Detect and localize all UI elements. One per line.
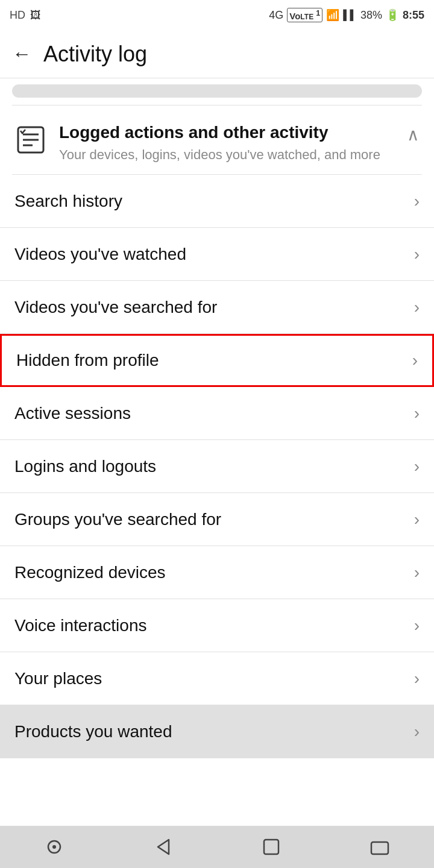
section-header: Logged actions and other activity Your d… <box>0 105 434 174</box>
nav-home2-button[interactable] <box>247 832 295 862</box>
groups-searched-label: Groups you've searched for <box>14 510 221 529</box>
products-you-wanted-chevron: › <box>414 722 420 741</box>
battery-icon: 🔋 <box>386 8 399 22</box>
section-subtitle: Your devices, logins, videos you've watc… <box>59 146 400 164</box>
products-you-wanted-item[interactable]: Products you wanted › <box>0 705 434 758</box>
videos-searched-item[interactable]: Videos you've searched for › <box>0 281 434 334</box>
active-sessions-item[interactable]: Active sessions › <box>0 387 434 440</box>
your-places-chevron: › <box>414 669 420 688</box>
signal-icon: 📶 <box>326 8 339 22</box>
status-bar-right: 4G VoLTE 1 📶 ▌▌ 38% 🔋 8:55 <box>269 8 424 22</box>
page-title: Activity log <box>43 42 147 67</box>
network-label: 4G <box>269 9 283 22</box>
hidden-from-profile-chevron: › <box>412 351 418 370</box>
hidden-from-profile-item[interactable]: Hidden from profile › <box>0 334 434 387</box>
status-bar-left: HD 🖼 <box>10 9 41 22</box>
scroll-indicator-wrap <box>0 78 434 98</box>
logins-logouts-chevron: › <box>414 457 420 476</box>
logins-logouts-item[interactable]: Logins and logouts › <box>0 440 434 493</box>
videos-searched-label: Videos you've searched for <box>14 298 217 317</box>
nav-recent-button[interactable] <box>356 832 404 862</box>
hidden-from-profile-label: Hidden from profile <box>16 351 159 370</box>
your-places-label: Your places <box>14 669 102 688</box>
photo-icon: 🖼 <box>30 9 41 22</box>
videos-watched-chevron: › <box>414 245 420 264</box>
recognized-devices-label: Recognized devices <box>14 563 166 582</box>
menu-list: Search history › Videos you've watched ›… <box>0 175 434 705</box>
battery-label: 38% <box>360 9 382 22</box>
collapse-icon[interactable]: ∧ <box>407 125 420 145</box>
time-label: 8:55 <box>403 9 424 22</box>
voice-interactions-item[interactable]: Voice interactions › <box>0 599 434 652</box>
videos-searched-chevron: › <box>414 298 420 317</box>
back-button[interactable]: ← <box>12 43 31 65</box>
recognized-devices-item[interactable]: Recognized devices › <box>0 546 434 599</box>
nav-back-button[interactable] <box>139 832 187 862</box>
search-history-label: Search history <box>14 192 122 211</box>
section-text: Logged actions and other activity Your d… <box>59 122 400 163</box>
svg-rect-8 <box>371 842 388 854</box>
videos-watched-item[interactable]: Videos you've watched › <box>0 228 434 281</box>
scroll-bar <box>12 84 422 98</box>
search-history-chevron: › <box>414 192 420 211</box>
logged-actions-icon <box>14 124 47 156</box>
search-history-item[interactable]: Search history › <box>0 175 434 228</box>
top-bar: ← Activity log <box>0 30 434 78</box>
svg-marker-6 <box>158 840 169 854</box>
hd-label: HD <box>10 9 25 22</box>
nav-home-button[interactable] <box>30 832 78 862</box>
recognized-devices-chevron: › <box>414 563 420 582</box>
products-you-wanted-label: Products you wanted <box>14 722 172 741</box>
logins-logouts-label: Logins and logouts <box>14 457 156 476</box>
svg-rect-7 <box>264 840 278 854</box>
signal2-icon: ▌▌ <box>343 10 357 20</box>
groups-searched-chevron: › <box>414 510 420 529</box>
videos-watched-label: Videos you've watched <box>14 245 186 264</box>
active-sessions-chevron: › <box>414 404 420 423</box>
voice-interactions-chevron: › <box>414 616 420 635</box>
bottom-nav <box>0 826 434 868</box>
active-sessions-label: Active sessions <box>14 404 131 423</box>
status-bar: HD 🖼 4G VoLTE 1 📶 ▌▌ 38% 🔋 8:55 <box>0 0 434 30</box>
your-places-item[interactable]: Your places › <box>0 652 434 705</box>
svg-point-5 <box>52 845 56 849</box>
volte-label: VoLTE 1 <box>287 8 322 22</box>
voice-interactions-label: Voice interactions <box>14 616 146 635</box>
section-title: Logged actions and other activity <box>59 122 400 143</box>
groups-searched-item[interactable]: Groups you've searched for › <box>0 493 434 546</box>
